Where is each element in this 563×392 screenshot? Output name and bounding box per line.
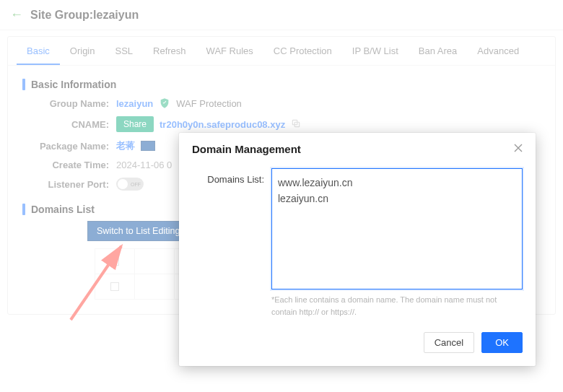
- label-domains-list: Domains List:: [192, 168, 264, 289]
- cancel-button[interactable]: Cancel: [424, 332, 474, 353]
- close-icon[interactable]: [514, 144, 523, 154]
- modal-title: Domain Management: [192, 143, 301, 155]
- ok-button[interactable]: OK: [481, 332, 523, 353]
- domain-management-modal: Domain Management Domains List: *Each li…: [179, 133, 536, 366]
- domains-hint: *Each line contains a domain name. The d…: [271, 294, 523, 318]
- domains-textarea[interactable]: [271, 168, 523, 289]
